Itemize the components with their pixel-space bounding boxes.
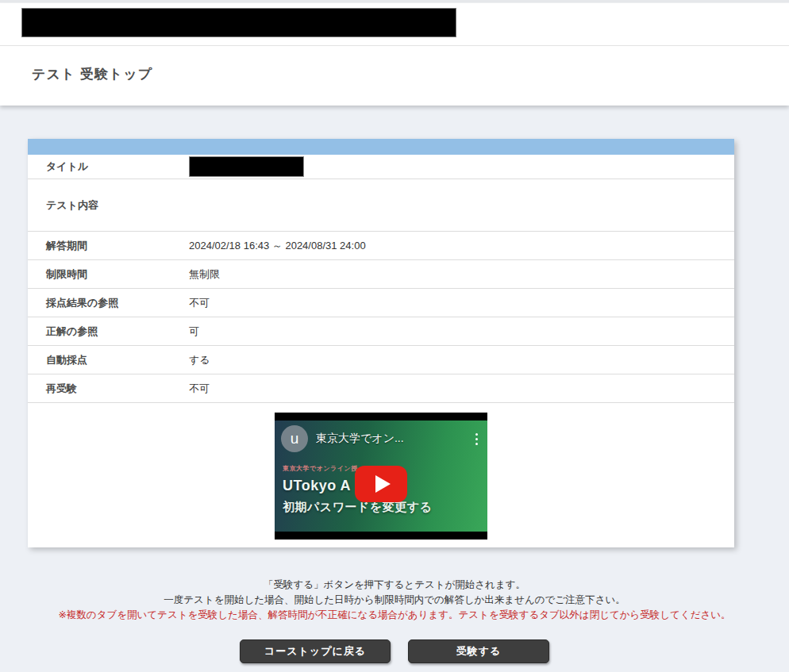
table-row-period: 解答期間 2024/02/18 16:43 ～ 2024/08/31 24:00 (28, 232, 734, 260)
warning-note: ※複数のタブを開いてテストを受験した場合、解答時間が不正確になる場合があります。… (28, 608, 761, 623)
row-label: テスト内容 (28, 198, 189, 213)
site-header: テスト 受験トップ (0, 3, 789, 106)
row-value: 不可 (189, 296, 210, 310)
row-label: 再受験 (28, 382, 189, 396)
back-to-course-top-button[interactable]: コーストップに戻る (240, 639, 391, 663)
table-row-time-limit: 制限時間 無制限 (28, 260, 734, 289)
main-content: タイトル テスト内容 解答期間 2024/02/18 16:43 ～ 2024/… (0, 106, 789, 672)
instruction-notes: 「受験する」ボタンを押下するとテストが開始されます。 一度テストを開始した場合、… (28, 578, 761, 623)
note-line-1: 「受験する」ボタンを押下するとテストが開始されます。 (28, 578, 761, 593)
card-accent-bar (28, 139, 734, 155)
row-label: 自動採点 (28, 353, 189, 367)
row-label: 制限時間 (28, 267, 189, 282)
table-row-retake: 再受験 不可 (28, 374, 734, 403)
row-value: 無制限 (189, 267, 220, 282)
table-row-auto-grading: 自動採点 する (28, 346, 734, 374)
redacted-course-banner (21, 8, 456, 37)
row-value: 不可 (189, 382, 210, 396)
row-label: 採点結果の参照 (28, 296, 189, 310)
table-row-title: タイトル (28, 155, 734, 179)
row-label: 正解の参照 (28, 324, 189, 339)
kebab-menu-icon[interactable] (471, 430, 483, 448)
page-title: テスト 受験トップ (0, 46, 789, 106)
row-value: 2024/02/18 16:43 ～ 2024/08/31 24:00 (189, 239, 366, 253)
test-info-card: タイトル テスト内容 解答期間 2024/02/18 16:43 ～ 2024/… (28, 139, 734, 547)
youtube-play-button-icon[interactable] (355, 466, 407, 502)
row-label: 解答期間 (28, 239, 189, 253)
play-triangle-icon (375, 475, 391, 493)
thumbnail-text-line1: UTokyo A (283, 478, 351, 494)
row-value (189, 156, 304, 177)
row-value: 可 (189, 324, 199, 339)
row-label: タイトル (28, 159, 189, 174)
video-header: u 東京大学でオン... (281, 425, 483, 452)
table-row-content: テスト内容 (28, 179, 734, 232)
video-title-link[interactable]: 東京大学でオン... (316, 432, 471, 446)
redacted-test-title (189, 156, 304, 177)
start-exam-button[interactable]: 受験する (408, 639, 549, 663)
video-row: u 東京大学でオン... 東京大学でオンライン授 UTokyo A 初期パスワー… (28, 403, 734, 547)
channel-avatar[interactable]: u (281, 425, 308, 452)
note-line-2: 一度テストを開始した場合、開始した日時から制限時間内での解答しか出来ませんのでご… (28, 593, 761, 608)
youtube-embed[interactable]: u 東京大学でオン... 東京大学でオンライン授 UTokyo A 初期パスワー… (275, 413, 487, 540)
video-thumbnail: u 東京大学でオン... 東京大学でオンライン授 UTokyo A 初期パスワー… (275, 420, 487, 532)
table-row-score-view: 採点結果の参照 不可 (28, 289, 734, 317)
table-row-answer-view: 正解の参照 可 (28, 317, 734, 346)
action-button-row: コーストップに戻る 受験する (28, 639, 761, 672)
thumbnail-small-text: 東京大学でオンライン授 (283, 464, 358, 473)
thumbnail-text-line2: 初期パスワードを変更する (283, 500, 432, 515)
row-value: する (189, 353, 210, 367)
